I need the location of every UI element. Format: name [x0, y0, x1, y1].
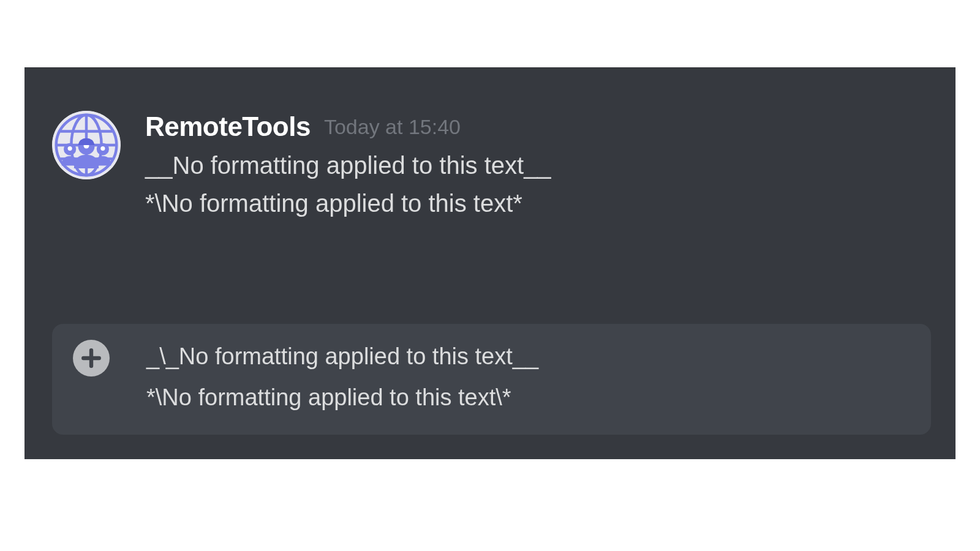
- input-container: _\_No formatting applied to this text__ …: [24, 324, 956, 459]
- page-wrapper: RemoteTools Today at 15:40 __No formatti…: [0, 0, 980, 551]
- message-row: RemoteTools Today at 15:40 __No formatti…: [24, 68, 956, 222]
- username[interactable]: RemoteTools: [145, 113, 311, 140]
- input-line: *\No formatting applied to this text\*: [146, 377, 914, 418]
- message-line: __No formatting applied to this text__: [145, 146, 937, 184]
- attach-button[interactable]: [73, 340, 110, 377]
- input-text[interactable]: _\_No formatting applied to this text__ …: [146, 336, 914, 418]
- plus-icon: [81, 348, 102, 369]
- chat-panel: RemoteTools Today at 15:40 __No formatti…: [24, 67, 956, 459]
- input-line: _\_No formatting applied to this text__: [146, 336, 914, 377]
- avatar[interactable]: [52, 111, 121, 179]
- globe-people-icon: [52, 111, 121, 179]
- message-content: RemoteTools Today at 15:40 __No formatti…: [145, 111, 937, 222]
- timestamp: Today at 15:40: [324, 116, 461, 137]
- message-header: RemoteTools Today at 15:40: [145, 113, 937, 140]
- message-input[interactable]: _\_No formatting applied to this text__ …: [52, 324, 931, 435]
- svg-point-4: [68, 146, 72, 151]
- svg-point-6: [100, 146, 105, 151]
- message-line: *\No formatting applied to this text*: [145, 184, 937, 222]
